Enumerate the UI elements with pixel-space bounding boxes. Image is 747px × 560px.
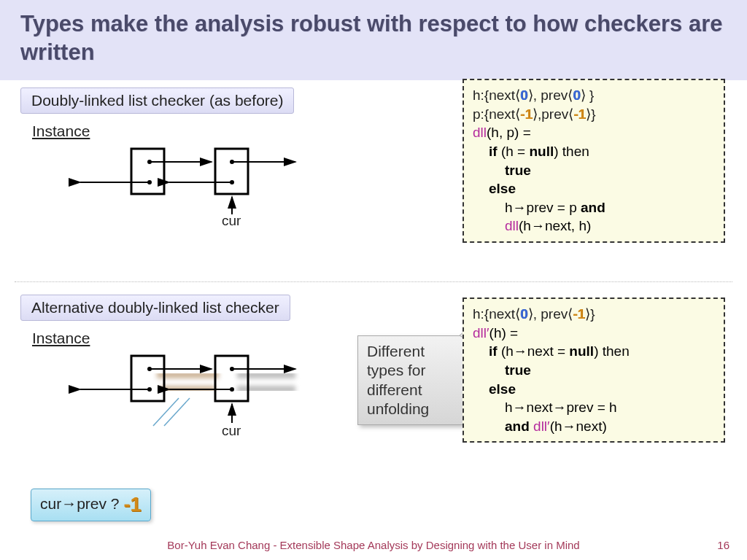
if2: if bbox=[489, 343, 498, 359]
callout-different-types: Different types for different unfolding bbox=[357, 335, 463, 425]
divider bbox=[15, 281, 732, 282]
footer: Bor-Yuh Evan Chang - Extensible Shape An… bbox=[0, 539, 747, 551]
svg-line-30 bbox=[164, 398, 190, 426]
if1: if bbox=[489, 144, 498, 159]
codebox1: h:{next⟨0⟩, prev⟨0⟩ } p:{next⟨-1⟩,prev⟨-… bbox=[462, 79, 725, 243]
slide-title: Types make the analysis robust with resp… bbox=[0, 0, 747, 80]
cur1-label: cur bbox=[222, 213, 241, 229]
section2-label: Alternative doubly-linked list checker bbox=[20, 295, 290, 321]
codebox2: h:{next⟨0⟩, prev⟨-1⟩} dll′(h) = if (h→ne… bbox=[462, 298, 725, 443]
svg-line-29 bbox=[153, 398, 179, 426]
section1-label: Doubly-linked list checker (as before) bbox=[20, 88, 294, 114]
page-number: 16 bbox=[717, 539, 729, 551]
curprev-bubble: cur→prev ?-1 bbox=[31, 489, 151, 521]
cur2-label: cur bbox=[222, 423, 241, 439]
